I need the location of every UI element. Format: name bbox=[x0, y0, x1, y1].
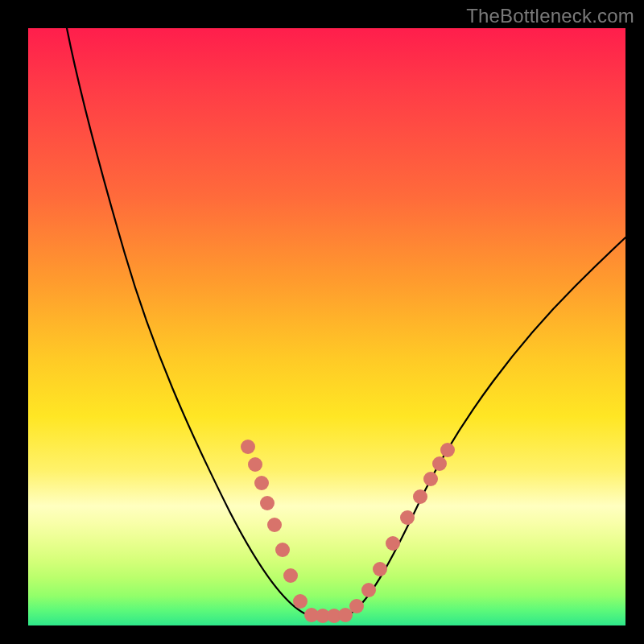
dot bbox=[361, 583, 376, 597]
dot bbox=[400, 510, 415, 525]
dot bbox=[283, 568, 298, 583]
dot bbox=[349, 599, 364, 613]
bottleneck-curve bbox=[67, 28, 625, 616]
dot bbox=[248, 457, 262, 472]
dot bbox=[423, 472, 438, 486]
dot bbox=[413, 489, 427, 504]
plot-area bbox=[28, 28, 625, 625]
dot bbox=[373, 562, 387, 576]
dot bbox=[267, 518, 282, 532]
dot bbox=[254, 476, 269, 490]
dot bbox=[386, 536, 400, 551]
dot bbox=[260, 496, 275, 510]
dot bbox=[275, 543, 290, 557]
watermark-text: TheBottleneck.com bbox=[466, 5, 634, 27]
chart-frame: TheBottleneck.com bbox=[0, 0, 644, 644]
dot bbox=[338, 608, 353, 622]
curve-svg bbox=[28, 28, 625, 625]
dot bbox=[293, 594, 308, 609]
dot bbox=[241, 440, 255, 454]
marker-dots bbox=[241, 440, 455, 623]
dot bbox=[432, 456, 447, 471]
dot bbox=[440, 443, 455, 457]
